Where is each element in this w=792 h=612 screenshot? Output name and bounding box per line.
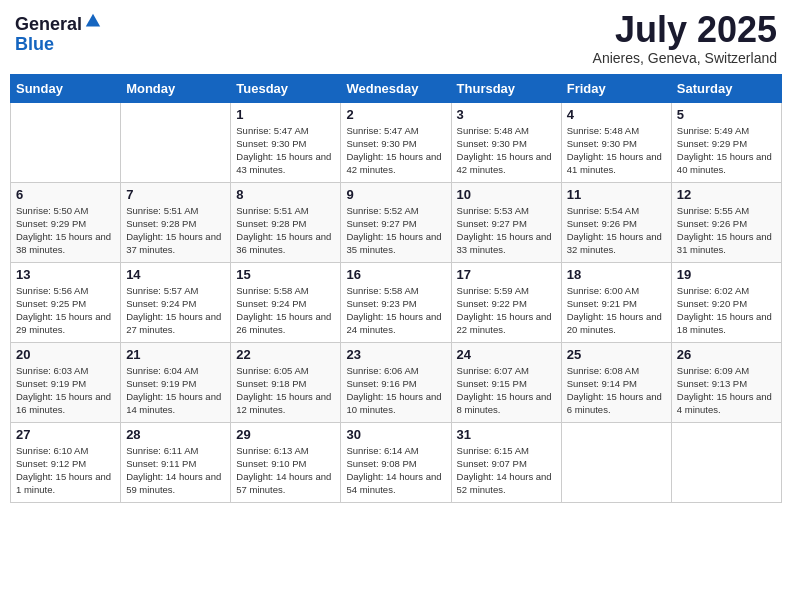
calendar-cell: 19Sunrise: 6:02 AMSunset: 9:20 PMDayligh… <box>671 262 781 342</box>
calendar-cell <box>561 422 671 502</box>
day-number: 3 <box>457 107 556 122</box>
day-info: Sunrise: 5:53 AMSunset: 9:27 PMDaylight:… <box>457 204 556 257</box>
day-info: Sunrise: 6:10 AMSunset: 9:12 PMDaylight:… <box>16 444 115 497</box>
day-of-week-header: Friday <box>561 74 671 102</box>
day-number: 1 <box>236 107 335 122</box>
page-header: General Blue July 2025 Anieres, Geneva, … <box>10 10 782 66</box>
day-number: 6 <box>16 187 115 202</box>
calendar-cell: 26Sunrise: 6:09 AMSunset: 9:13 PMDayligh… <box>671 342 781 422</box>
day-info: Sunrise: 5:47 AMSunset: 9:30 PMDaylight:… <box>236 124 335 177</box>
day-number: 30 <box>346 427 445 442</box>
day-info: Sunrise: 5:49 AMSunset: 9:29 PMDaylight:… <box>677 124 776 177</box>
calendar-cell: 16Sunrise: 5:58 AMSunset: 9:23 PMDayligh… <box>341 262 451 342</box>
day-info: Sunrise: 5:48 AMSunset: 9:30 PMDaylight:… <box>567 124 666 177</box>
location-subtitle: Anieres, Geneva, Switzerland <box>593 50 777 66</box>
day-info: Sunrise: 6:07 AMSunset: 9:15 PMDaylight:… <box>457 364 556 417</box>
calendar-week-row: 27Sunrise: 6:10 AMSunset: 9:12 PMDayligh… <box>11 422 782 502</box>
day-number: 23 <box>346 347 445 362</box>
calendar-cell: 2Sunrise: 5:47 AMSunset: 9:30 PMDaylight… <box>341 102 451 182</box>
day-number: 29 <box>236 427 335 442</box>
day-info: Sunrise: 5:59 AMSunset: 9:22 PMDaylight:… <box>457 284 556 337</box>
day-info: Sunrise: 6:04 AMSunset: 9:19 PMDaylight:… <box>126 364 225 417</box>
calendar-cell: 23Sunrise: 6:06 AMSunset: 9:16 PMDayligh… <box>341 342 451 422</box>
calendar-cell: 12Sunrise: 5:55 AMSunset: 9:26 PMDayligh… <box>671 182 781 262</box>
day-number: 15 <box>236 267 335 282</box>
day-number: 8 <box>236 187 335 202</box>
day-of-week-header: Thursday <box>451 74 561 102</box>
day-info: Sunrise: 5:51 AMSunset: 9:28 PMDaylight:… <box>126 204 225 257</box>
day-info: Sunrise: 5:57 AMSunset: 9:24 PMDaylight:… <box>126 284 225 337</box>
day-number: 22 <box>236 347 335 362</box>
day-info: Sunrise: 5:54 AMSunset: 9:26 PMDaylight:… <box>567 204 666 257</box>
calendar-cell: 24Sunrise: 6:07 AMSunset: 9:15 PMDayligh… <box>451 342 561 422</box>
calendar-cell: 30Sunrise: 6:14 AMSunset: 9:08 PMDayligh… <box>341 422 451 502</box>
day-of-week-header: Sunday <box>11 74 121 102</box>
day-info: Sunrise: 6:05 AMSunset: 9:18 PMDaylight:… <box>236 364 335 417</box>
day-number: 9 <box>346 187 445 202</box>
day-number: 26 <box>677 347 776 362</box>
calendar-cell: 29Sunrise: 6:13 AMSunset: 9:10 PMDayligh… <box>231 422 341 502</box>
day-number: 25 <box>567 347 666 362</box>
calendar-cell: 1Sunrise: 5:47 AMSunset: 9:30 PMDaylight… <box>231 102 341 182</box>
day-info: Sunrise: 5:48 AMSunset: 9:30 PMDaylight:… <box>457 124 556 177</box>
calendar-cell: 14Sunrise: 5:57 AMSunset: 9:24 PMDayligh… <box>121 262 231 342</box>
day-info: Sunrise: 6:15 AMSunset: 9:07 PMDaylight:… <box>457 444 556 497</box>
svg-marker-0 <box>86 14 100 27</box>
calendar-cell: 22Sunrise: 6:05 AMSunset: 9:18 PMDayligh… <box>231 342 341 422</box>
day-number: 13 <box>16 267 115 282</box>
day-info: Sunrise: 5:47 AMSunset: 9:30 PMDaylight:… <box>346 124 445 177</box>
calendar-header-row: SundayMondayTuesdayWednesdayThursdayFrid… <box>11 74 782 102</box>
day-info: Sunrise: 6:13 AMSunset: 9:10 PMDaylight:… <box>236 444 335 497</box>
calendar-cell: 20Sunrise: 6:03 AMSunset: 9:19 PMDayligh… <box>11 342 121 422</box>
calendar-cell: 5Sunrise: 5:49 AMSunset: 9:29 PMDaylight… <box>671 102 781 182</box>
calendar-cell: 15Sunrise: 5:58 AMSunset: 9:24 PMDayligh… <box>231 262 341 342</box>
calendar-week-row: 13Sunrise: 5:56 AMSunset: 9:25 PMDayligh… <box>11 262 782 342</box>
day-info: Sunrise: 6:09 AMSunset: 9:13 PMDaylight:… <box>677 364 776 417</box>
calendar-cell: 28Sunrise: 6:11 AMSunset: 9:11 PMDayligh… <box>121 422 231 502</box>
day-info: Sunrise: 5:58 AMSunset: 9:23 PMDaylight:… <box>346 284 445 337</box>
calendar-cell: 10Sunrise: 5:53 AMSunset: 9:27 PMDayligh… <box>451 182 561 262</box>
logo-icon <box>84 12 102 30</box>
calendar-cell: 6Sunrise: 5:50 AMSunset: 9:29 PMDaylight… <box>11 182 121 262</box>
calendar-week-row: 20Sunrise: 6:03 AMSunset: 9:19 PMDayligh… <box>11 342 782 422</box>
day-number: 19 <box>677 267 776 282</box>
calendar-cell: 9Sunrise: 5:52 AMSunset: 9:27 PMDaylight… <box>341 182 451 262</box>
month-title: July 2025 <box>593 10 777 50</box>
day-of-week-header: Tuesday <box>231 74 341 102</box>
day-number: 20 <box>16 347 115 362</box>
day-of-week-header: Wednesday <box>341 74 451 102</box>
calendar-cell <box>11 102 121 182</box>
day-of-week-header: Monday <box>121 74 231 102</box>
calendar-cell: 8Sunrise: 5:51 AMSunset: 9:28 PMDaylight… <box>231 182 341 262</box>
day-info: Sunrise: 5:55 AMSunset: 9:26 PMDaylight:… <box>677 204 776 257</box>
day-info: Sunrise: 5:52 AMSunset: 9:27 PMDaylight:… <box>346 204 445 257</box>
calendar-table: SundayMondayTuesdayWednesdayThursdayFrid… <box>10 74 782 503</box>
day-info: Sunrise: 6:06 AMSunset: 9:16 PMDaylight:… <box>346 364 445 417</box>
logo-blue: Blue <box>15 34 54 54</box>
calendar-cell: 11Sunrise: 5:54 AMSunset: 9:26 PMDayligh… <box>561 182 671 262</box>
day-info: Sunrise: 6:03 AMSunset: 9:19 PMDaylight:… <box>16 364 115 417</box>
title-block: July 2025 Anieres, Geneva, Switzerland <box>593 10 777 66</box>
calendar-cell: 31Sunrise: 6:15 AMSunset: 9:07 PMDayligh… <box>451 422 561 502</box>
logo: General Blue <box>15 15 102 55</box>
day-number: 14 <box>126 267 225 282</box>
calendar-cell: 18Sunrise: 6:00 AMSunset: 9:21 PMDayligh… <box>561 262 671 342</box>
day-number: 27 <box>16 427 115 442</box>
calendar-week-row: 1Sunrise: 5:47 AMSunset: 9:30 PMDaylight… <box>11 102 782 182</box>
day-number: 10 <box>457 187 556 202</box>
calendar-cell: 13Sunrise: 5:56 AMSunset: 9:25 PMDayligh… <box>11 262 121 342</box>
day-number: 31 <box>457 427 556 442</box>
calendar-cell: 27Sunrise: 6:10 AMSunset: 9:12 PMDayligh… <box>11 422 121 502</box>
day-number: 21 <box>126 347 225 362</box>
day-info: Sunrise: 5:56 AMSunset: 9:25 PMDaylight:… <box>16 284 115 337</box>
day-info: Sunrise: 6:08 AMSunset: 9:14 PMDaylight:… <box>567 364 666 417</box>
calendar-cell: 7Sunrise: 5:51 AMSunset: 9:28 PMDaylight… <box>121 182 231 262</box>
calendar-cell: 3Sunrise: 5:48 AMSunset: 9:30 PMDaylight… <box>451 102 561 182</box>
day-of-week-header: Saturday <box>671 74 781 102</box>
day-number: 16 <box>346 267 445 282</box>
day-number: 2 <box>346 107 445 122</box>
logo-general: General <box>15 14 82 34</box>
calendar-cell: 25Sunrise: 6:08 AMSunset: 9:14 PMDayligh… <box>561 342 671 422</box>
day-number: 24 <box>457 347 556 362</box>
day-number: 7 <box>126 187 225 202</box>
